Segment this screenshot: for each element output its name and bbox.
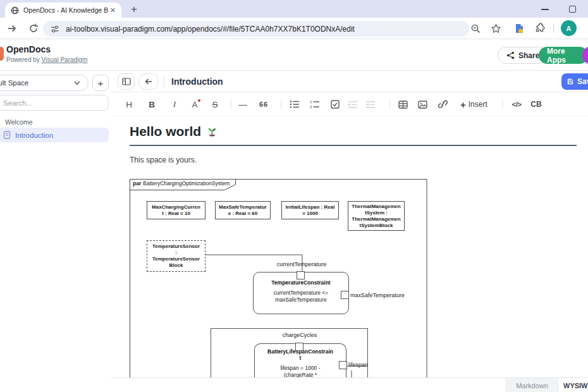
back-button[interactable] [138, 73, 159, 90]
link-icon [438, 100, 448, 109]
toolbar-divider [502, 99, 503, 109]
profile-letter: A [567, 25, 572, 32]
pinned-extension-icon[interactable] [514, 23, 525, 34]
doc-heading: Hello world [130, 124, 201, 139]
doc-heading-row: Hello world [130, 124, 577, 146]
doc-header: Introduction Save [111, 71, 588, 92]
space-name: Default Space [0, 79, 28, 87]
italic-button[interactable]: I [167, 98, 182, 111]
forward-icon[interactable] [6, 23, 18, 34]
frame-label: parBatteryChargingOptimizationSystem [133, 180, 230, 187]
add-space-button[interactable]: + [92, 75, 109, 91]
text-color-button[interactable]: A [187, 98, 202, 111]
arrow-left-icon [144, 78, 153, 85]
address-bar[interactable]: ai-toolbox.visual-paradigm.com/app/opend… [43, 21, 469, 37]
extensions-puzzle-icon[interactable] [534, 23, 546, 34]
save-button[interactable]: Save [561, 73, 588, 90]
doc-paragraph: This space is yours. [130, 156, 197, 164]
port-lifespan [339, 361, 347, 369]
globe-favicon-icon [11, 6, 19, 15]
image-icon [418, 101, 427, 109]
sidebar: Default Space + Welcome Introduction [0, 71, 111, 392]
indent-icon [348, 101, 358, 109]
site-info-icon[interactable] [51, 25, 59, 34]
save-floppy-icon [567, 78, 573, 85]
header-divider [164, 76, 164, 87]
numbered-list-icon: 1 2 [310, 100, 320, 109]
frame-title: BatteryChargingOptimizationSystem [143, 180, 230, 187]
zoom-out-icon[interactable] [470, 23, 481, 34]
sidebar-section-label: Welcome [5, 118, 33, 126]
chevron-down-icon [74, 81, 80, 85]
search-input[interactable] [0, 95, 109, 111]
heading-button[interactable]: H [121, 98, 137, 111]
formatting-toolbar: H B I A S — 66 1 2 [111, 92, 588, 116]
table-icon [398, 101, 408, 109]
indent-button[interactable] [345, 98, 360, 111]
opendocs-logo [0, 47, 4, 61]
seedling-icon [206, 126, 218, 138]
sidebar-item-introduction[interactable]: Introduction [0, 128, 109, 142]
blockquote-button[interactable]: 66 [256, 98, 271, 111]
label-lifespan: lifespan [348, 362, 368, 368]
page-title: Introduction [171, 77, 223, 87]
app-name: OpenDocs [6, 44, 51, 54]
bold-button[interactable]: B [144, 98, 159, 111]
bullet-list-button[interactable] [287, 98, 302, 111]
value-block-max-charging-current: MaxChargingCurren t : Real = 10 [147, 201, 205, 219]
label-current-temperature: currentTemperature [270, 261, 333, 267]
tab-wysiwyg[interactable]: WYSIWYG [558, 378, 588, 392]
more-apps-button[interactable]: More Apps [539, 47, 588, 64]
reload-icon[interactable] [28, 23, 39, 34]
document-canvas[interactable]: Hello world This space is yours. parBatt… [111, 116, 588, 377]
label-max-safe-temperature: maxSafeTemperature [350, 292, 405, 298]
uml-parametric-diagram[interactable]: parBatteryChargingOptimizationSystem Max… [130, 179, 427, 377]
browser-tab-strip: OpenDocs - AI Knowledge Base ✕ + [0, 0, 588, 18]
frame-keyword: par [133, 180, 141, 187]
toolbar-divider [281, 99, 281, 109]
browser-tab[interactable]: OpenDocs - AI Knowledge Base ✕ [5, 3, 121, 18]
panel-icon [122, 78, 131, 85]
share-icon [506, 51, 515, 59]
browser-profile-avatar[interactable]: A [561, 20, 577, 36]
toolbar-divider [389, 99, 390, 109]
bullet-list-icon [290, 100, 300, 109]
horizontal-rule-button[interactable]: — [235, 98, 250, 111]
tab-title: OpenDocs - AI Knowledge Base [23, 6, 108, 14]
inline-code-button[interactable]: </> [508, 98, 525, 111]
toggle-sidebar-button[interactable] [118, 73, 135, 90]
visual-paradigm-link[interactable]: Visual Paradigm [42, 56, 88, 63]
block-thermal-management: ThermalManagemen tSystem : ThermalManage… [348, 201, 405, 231]
insert-button[interactable]: + Insert [460, 98, 487, 111]
new-tab-button[interactable]: + [127, 3, 141, 16]
window-maximize-button[interactable] [569, 6, 576, 13]
part-temperature-sensor: TemperatureSensor : TemperatureSensor Bl… [147, 240, 205, 272]
port-current-temperature [297, 271, 305, 279]
tab-markdown[interactable]: Markdown [506, 378, 558, 392]
bookmark-star-icon[interactable] [491, 23, 501, 34]
outdent-icon [365, 101, 376, 109]
strikethrough-button[interactable]: S [207, 98, 223, 111]
constraint-body: lifespan = 1000 - (chargeRate * [255, 365, 346, 377]
document-icon [3, 131, 11, 139]
toolbar-divider [553, 24, 554, 33]
window-minimize-button[interactable] [541, 9, 549, 10]
powered-by: Powered by Visual Paradigm [6, 56, 87, 63]
checkbox-icon [331, 100, 340, 109]
tab-close-icon[interactable]: ✕ [108, 6, 118, 15]
table-button[interactable] [395, 98, 410, 111]
port-max-safe-temperature [341, 291, 349, 299]
save-label: Save [577, 77, 588, 86]
share-label: Share [518, 51, 539, 60]
color-dot [198, 99, 200, 102]
space-selector[interactable]: Default Space [0, 75, 89, 91]
browser-toolbar: ai-toolbox.visual-paradigm.com/app/opend… [0, 18, 588, 39]
code-block-button[interactable]: CB [529, 98, 544, 111]
outdent-button[interactable] [363, 98, 378, 111]
task-list-button[interactable] [328, 98, 343, 111]
image-button[interactable] [415, 98, 430, 111]
value-block-max-safe-temperature: MaxSafeTemperatur e : Real = 60 [215, 201, 271, 219]
app-header: OpenDocs Powered by Visual Paradigm Shar… [0, 39, 588, 71]
numbered-list-button[interactable]: 1 2 [307, 98, 322, 111]
link-button[interactable] [435, 98, 450, 111]
